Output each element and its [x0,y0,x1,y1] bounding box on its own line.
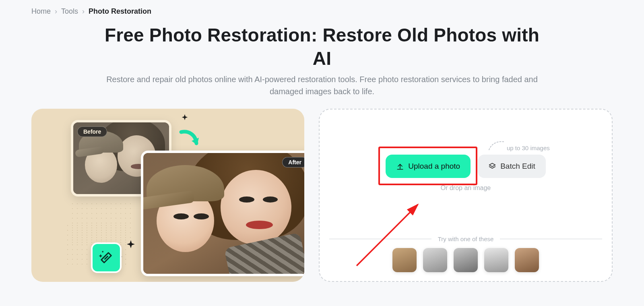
layers-icon [488,162,496,170]
sample-thumb[interactable] [423,248,447,272]
demo-photo-after: After [141,151,304,276]
upload-photo-button[interactable]: Upload a photo [386,155,471,178]
samples-heading-text: Try with one of these [438,236,494,242]
samples-heading: Try with one of these [329,236,602,242]
batch-hint: up to 30 images [487,139,550,151]
upload-panel[interactable]: up to 30 images Upload a photo Batch Edi… [319,109,613,282]
hero: Free Photo Restoration: Restore Old Phot… [97,24,547,97]
breadcrumb-home[interactable]: Home [31,7,51,16]
arrow-curved-icon [179,129,201,151]
chevron-right-icon: › [82,7,85,16]
sparkle-icon [180,114,189,122]
sample-thumbs [329,248,602,272]
breadcrumb-current: Photo Restoration [89,7,151,16]
sparkle-icon [125,239,137,251]
upload-icon [396,162,404,170]
batch-edit-label: Batch Edit [500,162,535,171]
chevron-right-icon: › [55,7,57,16]
demo-panel: Before After [31,109,304,282]
sample-thumb[interactable] [515,248,539,272]
cta-row: up to 30 images Upload a photo Batch Edi… [386,155,546,178]
badge-after: After [282,157,304,167]
sample-thumb[interactable] [484,248,508,272]
svg-marker-0 [489,163,495,167]
batch-hint-text: up to 30 images [507,145,550,151]
magic-wand-icon [91,242,122,273]
page-title: Free Photo Restoration: Restore Old Phot… [97,24,547,70]
page-subtitle: Restore and repair old photos online wit… [97,73,547,97]
breadcrumb: Home › Tools › Photo Restoration [0,0,644,21]
sample-thumb[interactable] [392,248,417,272]
breadcrumb-tools[interactable]: Tools [61,7,78,16]
drop-hint: Or drop an image [441,184,491,192]
hint-curve-icon [487,139,505,151]
samples-section: Try with one of these [329,231,602,272]
upload-photo-label: Upload a photo [408,162,460,171]
batch-edit-button[interactable]: Batch Edit [478,155,546,178]
badge-before: Before [77,126,107,137]
sample-thumb[interactable] [454,248,478,272]
